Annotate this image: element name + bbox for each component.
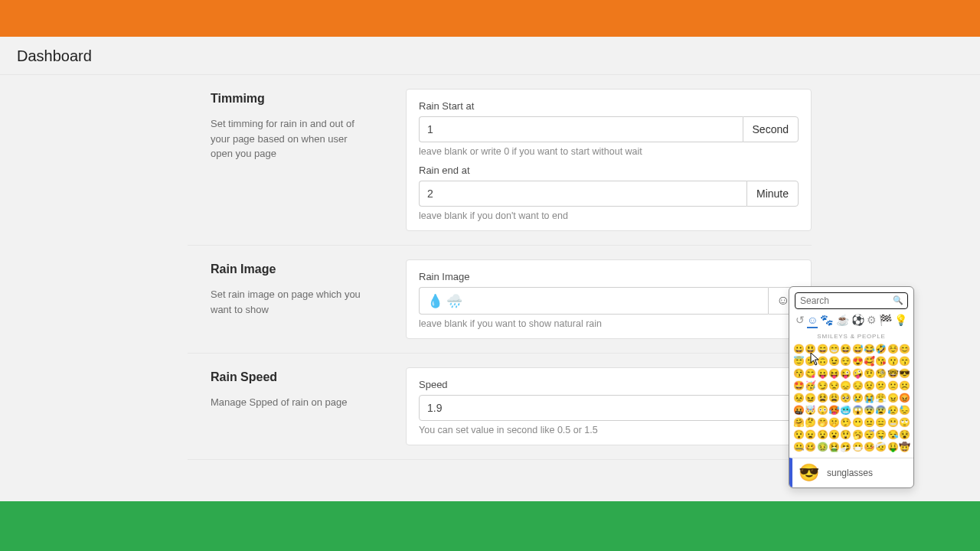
emoji-cell[interactable]: 🤓 — [887, 368, 898, 379]
rain-start-input[interactable] — [419, 116, 743, 142]
emoji-cat-objects-icon[interactable]: ⚙ — [867, 315, 877, 328]
emoji-cell[interactable]: 🤨 — [864, 368, 874, 379]
emoji-cell[interactable]: 😀 — [793, 344, 804, 354]
emoji-cell[interactable]: 😫 — [817, 393, 828, 403]
emoji-cell[interactable]: 😦 — [805, 429, 815, 440]
emoji-cell[interactable]: 🤥 — [840, 417, 851, 428]
emoji-cell[interactable]: 😇 — [793, 356, 804, 367]
emoji-cell[interactable]: 🤗 — [793, 417, 804, 428]
emoji-cell[interactable]: 😨 — [864, 405, 874, 416]
emoji-cell[interactable]: 😂 — [864, 344, 874, 354]
emoji-cell[interactable]: 😣 — [793, 393, 804, 403]
emoji-cell[interactable]: 😅 — [852, 344, 863, 354]
speed-input[interactable] — [419, 395, 799, 421]
emoji-cell[interactable]: 😉 — [828, 356, 839, 367]
emoji-cell[interactable]: 😌 — [840, 356, 851, 367]
emoji-cell[interactable]: 🙁 — [887, 380, 898, 391]
emoji-cell[interactable]: 😭 — [864, 393, 874, 403]
emoji-cell[interactable]: 🥺 — [840, 393, 851, 403]
emoji-cell[interactable]: ☺️ — [887, 344, 898, 354]
emoji-cell[interactable]: 😎 — [899, 368, 910, 379]
emoji-cell[interactable]: 😯 — [793, 429, 804, 440]
emoji-cell[interactable]: 🤯 — [805, 405, 815, 416]
emoji-cell[interactable]: 😐 — [864, 417, 874, 428]
emoji-cell[interactable]: 😳 — [817, 405, 828, 416]
emoji-cell[interactable]: 😪 — [887, 429, 898, 440]
emoji-cell[interactable]: 😟 — [864, 380, 874, 391]
emoji-cell[interactable]: 🤕 — [875, 442, 886, 452]
emoji-cell[interactable]: 😶 — [852, 417, 863, 428]
emoji-cell[interactable]: 😵 — [899, 429, 910, 440]
emoji-cell[interactable]: 😙 — [899, 356, 910, 367]
emoji-cell[interactable]: 🙄 — [899, 417, 910, 428]
emoji-cell[interactable]: 😍 — [852, 356, 863, 367]
emoji-cell[interactable]: 😃 — [805, 344, 815, 354]
emoji-cell[interactable]: 😁 — [828, 344, 839, 354]
emoji-cell[interactable]: 😬 — [887, 417, 898, 428]
emoji-cell[interactable]: 😆 — [840, 344, 851, 354]
emoji-cell[interactable]: 🤢 — [817, 442, 828, 452]
emoji-cell[interactable]: 😗 — [887, 356, 898, 367]
emoji-cell[interactable]: 😢 — [852, 393, 863, 403]
emoji-cell[interactable]: 🙃 — [817, 356, 828, 367]
emoji-cell[interactable]: 😔 — [852, 380, 863, 391]
emoji-cell[interactable]: 😒 — [828, 380, 839, 391]
emoji-cell[interactable]: 😲 — [840, 429, 851, 440]
emoji-cell[interactable]: 🤫 — [828, 417, 839, 428]
emoji-cell[interactable]: 🙂 — [805, 356, 815, 367]
emoji-cell[interactable]: 🥰 — [864, 356, 874, 367]
emoji-cell[interactable]: 🥶 — [840, 405, 851, 416]
emoji-cell[interactable]: 😓 — [899, 405, 910, 416]
emoji-cell[interactable]: 🥴 — [805, 442, 815, 452]
emoji-cell[interactable]: 🥳 — [805, 380, 815, 391]
emoji-cell[interactable]: 😷 — [852, 442, 863, 452]
emoji-cell[interactable]: 😚 — [793, 368, 804, 379]
emoji-cat-activity-icon[interactable]: ⚽ — [851, 315, 864, 328]
emoji-cell[interactable]: 😥 — [887, 405, 898, 416]
emoji-cell[interactable]: 🤒 — [864, 442, 874, 452]
emoji-cell[interactable]: 🤬 — [793, 405, 804, 416]
emoji-cell[interactable]: 😴 — [864, 429, 874, 440]
rain-image-input[interactable]: 💧 🌧️ — [419, 287, 768, 315]
emoji-cell[interactable]: 🥱 — [852, 429, 863, 440]
emoji-cell[interactable]: 😕 — [875, 380, 886, 391]
emoji-cat-recent-icon[interactable]: ↺ — [795, 315, 805, 328]
emoji-cell[interactable]: 🤮 — [828, 442, 839, 452]
emoji-cell[interactable]: 🤩 — [793, 380, 804, 391]
rain-end-input[interactable] — [419, 181, 746, 207]
emoji-cell[interactable]: 😠 — [887, 393, 898, 403]
emoji-cell[interactable]: ☹️ — [899, 380, 910, 391]
emoji-cell[interactable]: 😝 — [828, 368, 839, 379]
emoji-cell[interactable]: 😡 — [899, 393, 910, 403]
emoji-cell[interactable]: 🤑 — [887, 442, 898, 452]
emoji-cat-animals-icon[interactable]: 🐾 — [820, 315, 833, 328]
emoji-cell[interactable]: 🤠 — [899, 442, 910, 452]
emoji-cell[interactable]: 🤭 — [817, 417, 828, 428]
emoji-cat-smileys-icon[interactable]: ☺ — [807, 315, 818, 328]
emoji-cell[interactable]: 🤧 — [840, 442, 851, 452]
emoji-cell[interactable]: 🤤 — [875, 429, 886, 440]
emoji-cell[interactable]: 😊 — [899, 344, 910, 354]
emoji-cell[interactable]: 😏 — [817, 380, 828, 391]
emoji-cell[interactable]: 😱 — [852, 405, 863, 416]
emoji-cell[interactable]: 🧐 — [875, 368, 886, 379]
emoji-cell[interactable]: 😰 — [875, 405, 886, 416]
emoji-cell[interactable]: 😩 — [828, 393, 839, 403]
emoji-cell[interactable]: 😤 — [875, 393, 886, 403]
emoji-cell[interactable]: 😋 — [805, 368, 815, 379]
emoji-cell[interactable]: 😧 — [817, 429, 828, 440]
emoji-cell[interactable]: 😜 — [840, 368, 851, 379]
emoji-cell[interactable]: 🤪 — [852, 368, 863, 379]
emoji-cat-food-icon[interactable]: ☕ — [836, 315, 849, 328]
emoji-cell[interactable]: 😞 — [840, 380, 851, 391]
emoji-cell[interactable]: 😘 — [875, 356, 886, 367]
emoji-cell[interactable]: 😑 — [875, 417, 886, 428]
emoji-cell[interactable]: 🤣 — [875, 344, 886, 354]
emoji-cell[interactable]: 😄 — [817, 344, 828, 354]
emoji-cat-symbols-icon[interactable]: 💡 — [894, 315, 907, 328]
emoji-search-input[interactable] — [795, 292, 908, 309]
emoji-cell[interactable]: 🥵 — [828, 405, 839, 416]
emoji-cell[interactable]: 🤐 — [793, 442, 804, 452]
emoji-cell[interactable]: 😖 — [805, 393, 815, 403]
emoji-cat-flags-icon[interactable]: 🏁 — [879, 315, 892, 328]
